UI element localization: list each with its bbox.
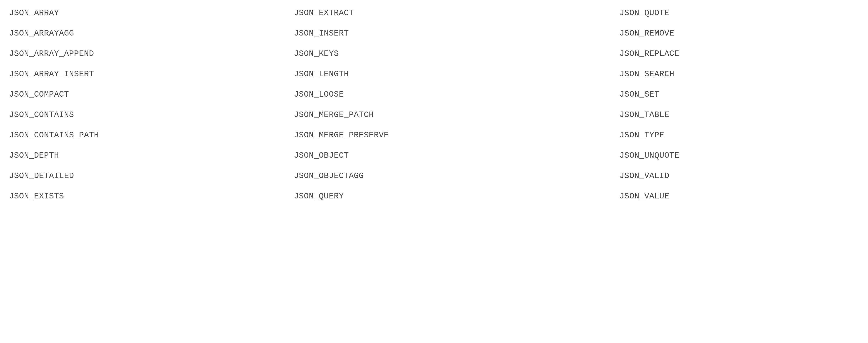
list-item: JSON_ARRAY [9, 7, 294, 27]
list-item: JSON_REPLACE [619, 48, 868, 68]
list-item: JSON_DETAILED [9, 170, 294, 190]
list-item: JSON_EXTRACT [294, 7, 619, 27]
list-item: JSON_OBJECT [294, 149, 619, 170]
list-item: JSON_LOOSE [294, 88, 619, 109]
list-item: JSON_VALID [619, 170, 868, 190]
list-item: JSON_COMPACT [9, 88, 294, 109]
list-item: JSON_CONTAINS [9, 109, 294, 129]
list-item: JSON_ARRAY_INSERT [9, 68, 294, 88]
list-item: JSON_QUOTE [619, 7, 868, 27]
list-item: JSON_VALUE [619, 190, 868, 210]
function-list-container: JSON_ARRAY JSON_ARRAYAGG JSON_ARRAY_APPE… [0, 0, 868, 217]
list-item: JSON_OBJECTAGG [294, 170, 619, 190]
list-item: JSON_ARRAY_APPEND [9, 48, 294, 68]
list-item: JSON_CONTAINS_PATH [9, 129, 294, 149]
list-item: JSON_MERGE_PATCH [294, 109, 619, 129]
list-item: JSON_DEPTH [9, 149, 294, 170]
list-item: JSON_ARRAYAGG [9, 27, 294, 48]
list-item: JSON_EXISTS [9, 190, 294, 210]
list-item: JSON_REMOVE [619, 27, 868, 48]
column-2: JSON_EXTRACT JSON_INSERT JSON_KEYS JSON_… [294, 7, 619, 210]
column-3: JSON_QUOTE JSON_REMOVE JSON_REPLACE JSON… [619, 7, 868, 210]
list-item: JSON_MERGE_PRESERVE [294, 129, 619, 149]
list-item: JSON_SEARCH [619, 68, 868, 88]
list-item: JSON_TYPE [619, 129, 868, 149]
list-item: JSON_KEYS [294, 48, 619, 68]
list-item: JSON_LENGTH [294, 68, 619, 88]
list-item: JSON_UNQUOTE [619, 149, 868, 170]
list-item: JSON_QUERY [294, 190, 619, 210]
list-item: JSON_TABLE [619, 109, 868, 129]
column-1: JSON_ARRAY JSON_ARRAYAGG JSON_ARRAY_APPE… [9, 7, 294, 210]
list-item: JSON_SET [619, 88, 868, 109]
list-item: JSON_INSERT [294, 27, 619, 48]
